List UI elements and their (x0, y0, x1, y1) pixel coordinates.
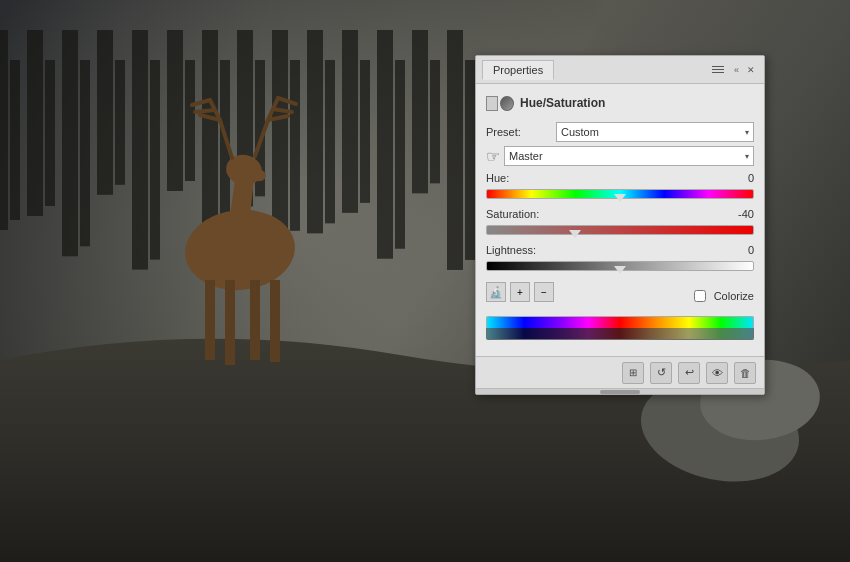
lightness-section: Lightness: 0 (486, 244, 754, 274)
channel-dropdown-arrow: ▾ (745, 152, 749, 161)
preset-value: Custom (561, 126, 599, 138)
saturation-value: -40 (724, 208, 754, 220)
previous-state-button[interactable]: ↺ (650, 362, 672, 384)
layers-icon (486, 96, 498, 111)
saturation-section: Saturation: -40 (486, 208, 754, 238)
trash-icon: 🗑 (740, 367, 751, 379)
lightness-label: Lightness: (486, 244, 536, 256)
properties-panel: Properties « ✕ Hue/Saturation Preset: Cu… (475, 55, 765, 395)
eye-icon: 👁 (712, 367, 723, 379)
lightness-slider[interactable] (486, 258, 754, 274)
delete-button[interactable]: 🗑 (734, 362, 756, 384)
tab-properties[interactable]: Properties (482, 60, 554, 80)
clip-to-layer-button[interactable]: ⊞ (622, 362, 644, 384)
color-bar-bottom (486, 328, 754, 340)
saturation-track[interactable] (486, 225, 754, 235)
eyedropper-minus-icon: − (541, 287, 547, 298)
clip-icon: ⊞ (629, 367, 637, 378)
lightness-header: Lightness: 0 (486, 244, 754, 256)
hue-slider[interactable] (486, 186, 754, 202)
preset-row: Preset: Custom ▾ (486, 122, 754, 142)
previous-icon: ↺ (657, 366, 666, 379)
channel-row: ☞ Master ▾ (486, 146, 754, 166)
saturation-thumb[interactable] (569, 230, 581, 238)
saturation-header: Saturation: -40 (486, 208, 754, 220)
channel-dropdown[interactable]: Master ▾ (504, 146, 754, 166)
preset-label: Preset: (486, 126, 556, 138)
panel-title: Hue/Saturation (520, 96, 605, 110)
panel-menu-button[interactable] (710, 62, 726, 78)
tab-bar: Properties « ✕ (476, 56, 764, 84)
adjustment-icons (486, 92, 514, 114)
colorize-label: Colorize (714, 290, 754, 302)
menu-line-3 (712, 72, 724, 73)
eyedropper-button[interactable]: 🔬 (486, 282, 506, 302)
panel-header-row: Hue/Saturation (486, 92, 754, 114)
collapse-button[interactable]: « (732, 64, 741, 76)
eyedropper-add-button[interactable]: + (510, 282, 530, 302)
eyedropper-plus-icon: + (517, 287, 523, 298)
color-bar-top (486, 316, 754, 328)
circle-icon (500, 96, 514, 111)
panel-scrollbar[interactable] (476, 388, 764, 394)
lightness-track[interactable] (486, 261, 754, 271)
saturation-slider[interactable] (486, 222, 754, 238)
bottom-toolbar: ⊞ ↺ ↩ 👁 🗑 (476, 356, 764, 388)
hue-header: Hue: 0 (486, 172, 754, 184)
colorize-row: Colorize (694, 290, 754, 302)
reset-button[interactable]: ↩ (678, 362, 700, 384)
close-button[interactable]: ✕ (744, 63, 758, 77)
visibility-button[interactable]: 👁 (706, 362, 728, 384)
lightness-thumb[interactable] (614, 266, 626, 274)
eyedropper-icon: 🔬 (489, 286, 503, 299)
hand-icon[interactable]: ☞ (486, 147, 500, 166)
eyedropper-row: 🔬 + − (486, 282, 554, 302)
reset-icon: ↩ (685, 366, 694, 379)
eyedropper-subtract-button[interactable]: − (534, 282, 554, 302)
menu-line-1 (712, 66, 724, 67)
preset-dropdown[interactable]: Custom ▾ (556, 122, 754, 142)
saturation-label: Saturation: (486, 208, 539, 220)
hue-section: Hue: 0 (486, 172, 754, 202)
hue-label: Hue: (486, 172, 509, 184)
channel-value: Master (509, 150, 543, 162)
lightness-value: 0 (724, 244, 754, 256)
colorize-checkbox[interactable] (694, 290, 706, 302)
preset-dropdown-arrow: ▾ (745, 128, 749, 137)
panel-body: Hue/Saturation Preset: Custom ▾ ☞ Master… (476, 84, 764, 356)
scrollbar-thumb[interactable] (600, 390, 640, 394)
color-bars (486, 316, 754, 340)
hue-value: 0 (724, 172, 754, 184)
menu-line-2 (712, 69, 724, 70)
hue-track[interactable] (486, 189, 754, 199)
hue-thumb[interactable] (614, 194, 626, 202)
